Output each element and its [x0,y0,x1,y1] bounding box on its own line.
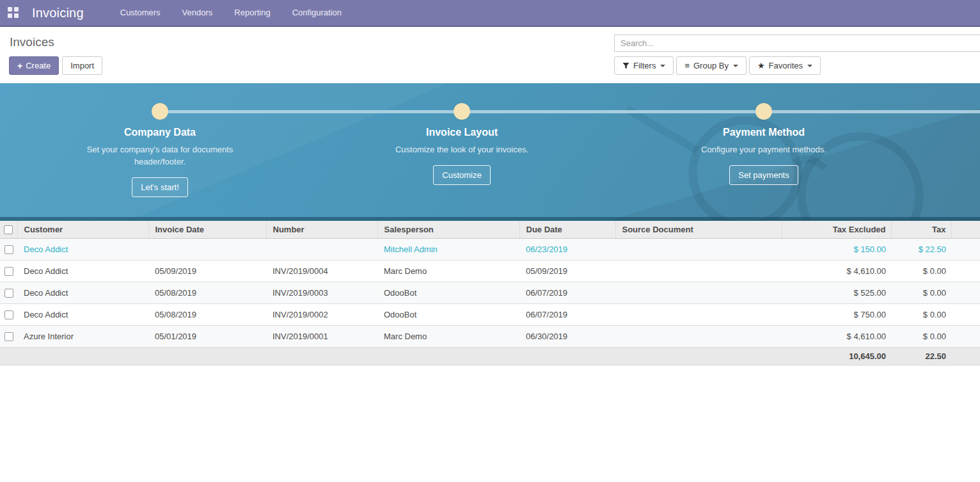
onboarding-step-company-data: Company Data Set your company's data for… [64,83,256,197]
cell-due-date: 06/07/2019 [519,303,615,325]
cell-invoice-date: 05/01/2019 [148,325,266,347]
cell-salesperson: OdooBot [377,282,519,303]
cell-tax: $ 22.50 [891,238,951,260]
cell-due-date: 06/23/2019 [519,238,615,260]
cell-salesperson: OdooBot [377,303,519,325]
table-row[interactable]: Deco Addict 05/09/2019 INV/2019/0004 Mar… [0,260,980,282]
onboarding-banner: Company Data Set your company's data for… [0,83,980,221]
column-header-number[interactable]: Number [266,221,377,238]
row-checkbox-cell [0,282,17,303]
nav-item-reporting[interactable]: Reporting [223,0,281,26]
cell-number: INV/2019/0004 [266,260,377,282]
cell-source-document [615,238,782,260]
column-header-empty [951,221,980,238]
filters-dropdown[interactable]: Filters [614,56,674,75]
create-button[interactable]: + Create [9,56,59,75]
cell-empty [951,238,980,260]
step-title: Payment Method [668,127,860,138]
cell-source-document [615,282,782,303]
column-header-due-date[interactable]: Due Date [519,221,615,238]
cell-empty [951,325,980,347]
row-checkbox[interactable] [4,267,13,276]
app-title: Invoicing [32,6,84,20]
cell-tax-excluded: $ 4,610.00 [782,260,891,282]
step-title: Company Data [64,127,256,138]
cell-due-date: 05/09/2019 [519,260,615,282]
nav-item-configuration[interactable]: Configuration [281,0,352,26]
cell-empty [951,303,980,325]
cell-customer: Deco Addict [17,260,148,282]
page-title: Invoices [10,35,54,49]
cell-tax: $ 0.00 [891,260,951,282]
cell-due-date: 06/07/2019 [519,282,615,303]
step-description: Set your company's data for documents he… [64,143,256,168]
search-input[interactable] [614,35,980,52]
cell-invoice-date: 05/08/2019 [148,282,266,303]
nav-item-customers[interactable]: Customers [109,0,171,26]
cell-tax-excluded: $ 525.00 [782,282,891,303]
nav-item-vendors[interactable]: Vendors [171,0,224,26]
cell-number: INV/2019/0002 [266,303,377,325]
cell-customer: Deco Addict [17,238,148,260]
column-header-invoice-date[interactable]: Invoice Date [148,221,266,238]
favorites-dropdown[interactable]: ★ Favorites [749,56,821,75]
row-checkbox[interactable] [4,310,13,319]
row-checkbox[interactable] [4,289,13,298]
tax-excluded-total: 10,645.00 [782,347,891,365]
group-by-icon: ≡ [684,61,690,70]
table-header-row: Customer Invoice Date Number Salesperson… [0,221,980,238]
step-title: Invoice Layout [366,127,558,138]
star-icon: ★ [757,61,765,70]
cell-number [266,238,377,260]
plus-icon: + [17,61,22,71]
cell-number: INV/2019/0003 [266,282,377,303]
apps-grid-icon[interactable] [8,7,19,19]
row-checkbox[interactable] [4,245,13,254]
tax-total: 22.50 [891,347,951,365]
cell-source-document [615,325,782,347]
table-row[interactable]: Deco Addict 05/08/2019 INV/2019/0002 Odo… [0,303,980,325]
cell-number: INV/2019/0001 [266,325,377,347]
cell-tax: $ 0.00 [891,303,951,325]
table-row[interactable]: Deco Addict 05/08/2019 INV/2019/0003 Odo… [0,282,980,303]
group-by-dropdown[interactable]: ≡ Group By [676,56,747,75]
import-button[interactable]: Import [62,56,102,75]
cell-customer: Deco Addict [17,282,148,303]
top-navbar: Invoicing Customers Vendors Reporting Co… [0,0,980,27]
row-checkbox[interactable] [4,332,13,341]
step-dot-icon [755,103,772,120]
invoice-list-table: Customer Invoice Date Number Salesperson… [0,221,980,366]
column-header-salesperson[interactable]: Salesperson [377,221,519,238]
cell-tax: $ 0.00 [891,282,951,303]
step-description: Customize the look of your invoices. [366,143,558,156]
cell-invoice-date: 05/08/2019 [148,303,266,325]
funnel-icon [622,62,629,69]
select-all-checkbox-cell [0,221,17,238]
column-header-source-document[interactable]: Source Document [615,221,782,238]
cell-empty [951,260,980,282]
column-header-customer[interactable]: Customer [17,221,148,238]
step-dot-icon [454,103,470,120]
cell-salesperson: Marc Demo [377,260,519,282]
cell-salesperson: Marc Demo [377,325,519,347]
table-footer-row: 10,645.00 22.50 [0,347,980,365]
step-description: Configure your payment methods. [668,143,860,156]
select-all-checkbox[interactable] [4,225,13,234]
row-checkbox-cell [0,260,17,282]
column-header-tax[interactable]: Tax [891,221,951,238]
cell-invoice-date: 05/09/2019 [148,260,266,282]
table-row[interactable]: Azure Interior 05/01/2019 INV/2019/0001 … [0,325,980,347]
cell-tax: $ 0.00 [891,325,951,347]
lets-start-button[interactable]: Let's start! [132,177,188,197]
column-header-tax-excluded[interactable]: Tax Excluded [782,221,891,238]
customize-button[interactable]: Customize [433,165,490,185]
chevron-down-icon [660,65,665,67]
cell-customer: Azure Interior [17,325,148,347]
cell-tax-excluded: $ 750.00 [782,303,891,325]
set-payments-button[interactable]: Set payments [729,165,798,185]
cell-due-date: 06/30/2019 [519,325,615,347]
table-row[interactable]: Deco Addict Mitchell Admin 06/23/2019 $ … [0,238,980,260]
cell-tax-excluded: $ 4,610.00 [782,325,891,347]
cell-empty [951,282,980,303]
cell-source-document [615,260,782,282]
